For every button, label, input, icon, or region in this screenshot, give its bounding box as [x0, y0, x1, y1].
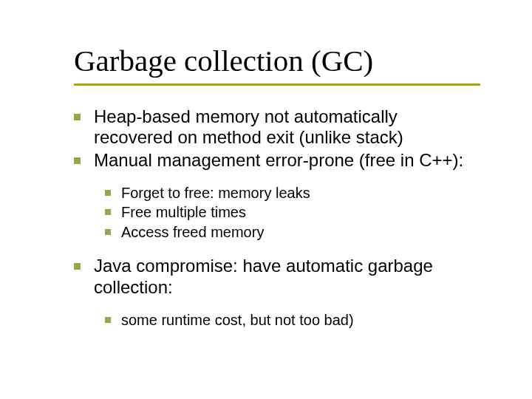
list-item: Access freed memory: [105, 223, 480, 241]
list-item: Java compromise: have automatic garbage …: [74, 256, 480, 298]
list-item: Heap-based memory not automatically reco…: [74, 106, 480, 149]
square-bullet-icon: [74, 114, 81, 120]
slide: Garbage collection (GC) Heap-based memor…: [0, 0, 532, 399]
list-item: Forget to free: memory leaks: [105, 184, 480, 202]
bullet-list-level1: Java compromise: have automatic garbage …: [74, 256, 480, 298]
bullet-text: Free multiple times: [121, 203, 480, 221]
list-item: Free multiple times: [105, 203, 480, 221]
square-bullet-icon: [105, 190, 111, 196]
square-bullet-icon: [105, 317, 111, 323]
slide-title: Garbage collection (GC): [74, 44, 480, 78]
square-bullet-icon: [105, 229, 111, 235]
list-item: some runtime cost, but not too bad): [105, 311, 480, 329]
bullet-list-level1: Heap-based memory not automatically reco…: [74, 106, 480, 171]
bullet-text: some runtime cost, but not too bad): [121, 311, 480, 329]
bullet-list-level2: Forget to free: memory leaks Free multip…: [105, 184, 480, 241]
title-block: Garbage collection (GC): [74, 44, 480, 86]
square-bullet-icon: [74, 157, 81, 164]
bullet-text: Access freed memory: [121, 223, 480, 241]
bullet-list-level2: some runtime cost, but not too bad): [105, 311, 480, 329]
square-bullet-icon: [74, 263, 81, 270]
list-item: Manual management error-prone (free in C…: [74, 150, 480, 171]
bullet-text: Java compromise: have automatic garbage …: [94, 256, 480, 298]
title-underline: [74, 83, 480, 86]
bullet-text: Manual management error-prone (free in C…: [94, 150, 480, 171]
square-bullet-icon: [105, 209, 111, 215]
bullet-text: Forget to free: memory leaks: [121, 184, 480, 202]
bullet-text: Heap-based memory not automatically reco…: [94, 106, 480, 149]
